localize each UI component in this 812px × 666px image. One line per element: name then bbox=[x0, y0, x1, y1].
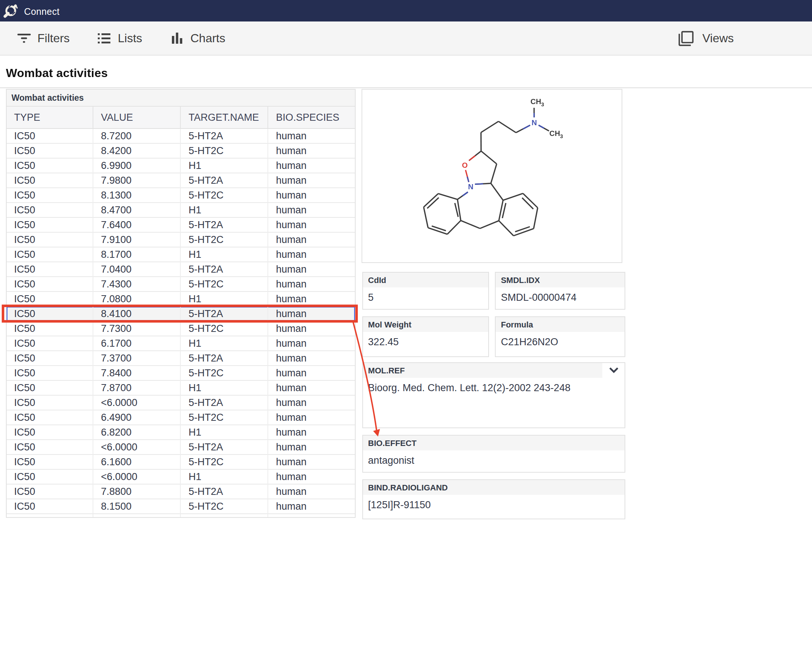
svg-text:CH3: CH3 bbox=[531, 97, 545, 107]
svg-text:N: N bbox=[532, 119, 537, 127]
svg-text:N: N bbox=[468, 183, 473, 191]
svg-text:CH3: CH3 bbox=[550, 129, 563, 139]
svg-text:O: O bbox=[462, 161, 468, 169]
